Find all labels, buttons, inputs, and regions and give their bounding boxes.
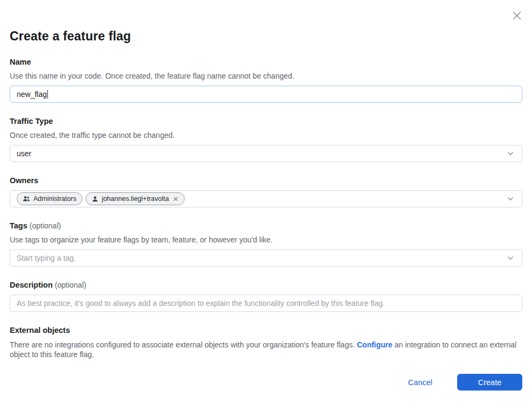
owner-chip-label: Administrators xyxy=(33,195,76,203)
page-title: Create a feature flag xyxy=(10,29,522,44)
remove-icon[interactable]: ✕ xyxy=(172,196,179,203)
owner-chip-label: johannes.liegl+travolta xyxy=(102,195,169,203)
close-icon xyxy=(511,10,523,22)
owners-label: Owners xyxy=(10,176,522,185)
tags-label: Tags (optional) xyxy=(10,221,522,231)
tags-select[interactable]: Start typing a tag. xyxy=(10,249,522,267)
chevron-down-icon xyxy=(507,150,514,157)
external-objects-text-before: There are no integrations configured to … xyxy=(10,340,357,349)
name-input-value: new_flag xyxy=(17,90,47,99)
cancel-button[interactable]: Cancel xyxy=(408,378,432,387)
person-icon xyxy=(92,196,99,203)
name-description: Use this name in your code. Once created… xyxy=(10,71,522,81)
configure-link[interactable]: Configure xyxy=(357,340,393,349)
tags-placeholder: Start typing a tag. xyxy=(17,254,76,262)
description-label: Description (optional) xyxy=(10,281,522,290)
tags-description: Use tags to organize your feature flags … xyxy=(10,235,522,245)
description-label-text: Description xyxy=(10,281,53,289)
owners-select[interactable]: Administrators johannes.liegl+travolta ✕ xyxy=(10,190,522,207)
owner-chip-user[interactable]: johannes.liegl+travolta ✕ xyxy=(86,192,185,205)
tags-label-text: Tags xyxy=(10,221,27,230)
text-cursor xyxy=(47,90,48,99)
create-feature-flag-modal: Create a feature flag Name Use this name… xyxy=(0,0,532,411)
modal-footer: Cancel Create xyxy=(408,374,522,391)
chevron-down-icon xyxy=(507,254,514,262)
owner-chip-administrators[interactable]: Administrators xyxy=(17,192,82,205)
chevron-down-icon xyxy=(507,195,514,203)
external-objects-text: There are no integrations configured to … xyxy=(10,340,522,359)
description-input[interactable] xyxy=(10,295,522,312)
traffic-type-value: user xyxy=(17,149,31,158)
close-button[interactable] xyxy=(510,9,524,23)
name-label: Name xyxy=(10,58,522,67)
owners-chip-list: Administrators johannes.liegl+travolta ✕ xyxy=(17,192,185,205)
name-input[interactable]: new_flag xyxy=(10,86,522,103)
traffic-type-label: Traffic Type xyxy=(10,117,522,126)
external-objects-label: External objects xyxy=(10,326,522,335)
traffic-type-description: Once created, the traffic type cannot be… xyxy=(10,130,522,140)
traffic-type-select[interactable]: user xyxy=(10,145,522,162)
create-button[interactable]: Create xyxy=(457,374,522,391)
description-optional-text: (optional) xyxy=(55,281,86,289)
tags-optional-text: (optional) xyxy=(30,221,61,230)
group-icon xyxy=(23,195,30,203)
